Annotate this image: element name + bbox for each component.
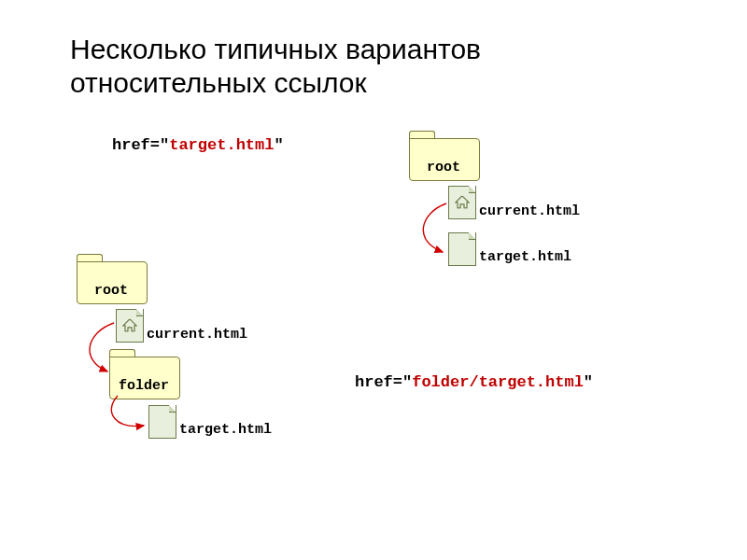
href-suffix: " xyxy=(584,373,593,391)
file-target-ex2 xyxy=(148,405,176,439)
folder-sub-ex2: folder xyxy=(109,357,178,398)
href-suffix: " xyxy=(274,136,283,154)
href-path: target.html xyxy=(169,136,274,154)
file-label-current-ex2: current.html xyxy=(147,327,247,343)
home-icon xyxy=(122,319,137,336)
href-prefix: href=" xyxy=(112,136,169,154)
folder-label: root xyxy=(409,160,478,175)
href-label-2: href="folder/target.html" xyxy=(355,373,593,391)
file-current-ex2 xyxy=(116,309,144,343)
home-icon xyxy=(455,196,470,213)
href-prefix: href=" xyxy=(355,373,412,391)
svg-marker-1 xyxy=(123,319,136,331)
svg-marker-0 xyxy=(456,196,469,208)
href-path: folder/target.html xyxy=(412,373,584,391)
file-label-current-ex1: current.html xyxy=(479,203,580,219)
file-current-ex1 xyxy=(448,186,476,219)
file-label-target-ex1: target.html xyxy=(479,249,571,265)
folder-label: folder xyxy=(109,378,178,394)
file-label-target-ex2: target.html xyxy=(179,422,272,438)
folder-root-ex1: root xyxy=(409,138,478,179)
folder-root-ex2: root xyxy=(77,261,146,302)
folder-label: root xyxy=(77,283,146,299)
file-target-ex1 xyxy=(448,232,476,266)
href-label-1: href="target.html" xyxy=(112,136,284,154)
page-title: Несколько типичных вариантов относительн… xyxy=(70,33,668,100)
